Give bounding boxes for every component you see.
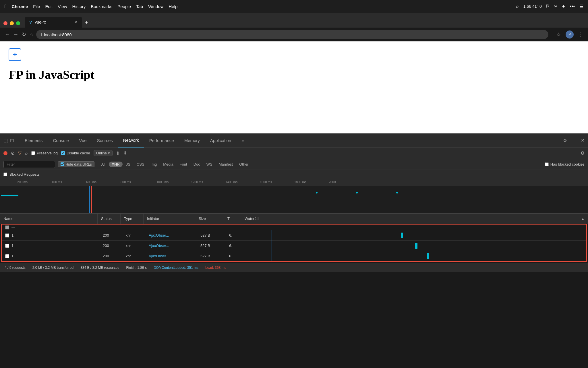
th-name[interactable]: Name <box>0 214 98 224</box>
hide-data-urls-btn[interactable]: Hide data URLs <box>58 161 94 167</box>
inspector-cursor-icon[interactable]: ⬚ <box>3 138 8 143</box>
network-settings-icon[interactable]: ⚙ <box>581 150 585 156</box>
avatar[interactable]: P <box>566 30 574 39</box>
inspector-phone-icon[interactable]: ⊡ <box>10 138 14 143</box>
more-icon[interactable]: ••• <box>570 4 575 9</box>
address-input[interactable]: ℹ localhost:8080 <box>36 30 548 39</box>
has-blocked-cookies-checkbox[interactable] <box>545 162 549 166</box>
disable-cache-checkbox[interactable] <box>61 151 65 155</box>
devtools-more-icon[interactable]: ⋮ <box>572 138 576 143</box>
row-checkbox-1[interactable] <box>5 233 9 237</box>
th-time[interactable]: T <box>224 214 241 224</box>
share-icon[interactable]: ⎘ <box>546 4 549 9</box>
ruler-600ms: 600 ms <box>86 180 96 184</box>
close-window-button[interactable] <box>3 21 7 25</box>
active-tab[interactable]: V vue-rx ✕ <box>25 17 82 28</box>
view-menu[interactable]: View <box>58 4 67 9</box>
online-dropdown[interactable]: Online ▾ <box>94 150 113 156</box>
tab-more[interactable]: » <box>236 134 249 147</box>
page-new-tab-button[interactable]: + <box>9 48 21 61</box>
new-tab-button[interactable]: + <box>85 19 88 26</box>
reload-button[interactable]: ↻ <box>22 31 26 38</box>
filter-js[interactable]: JS <box>123 162 133 167</box>
record-button[interactable] <box>3 151 7 155</box>
upload-icon[interactable]: ⬆ <box>116 150 120 156</box>
search-icon[interactable]: ⌕ <box>516 4 519 9</box>
tab-console[interactable]: Console <box>48 134 74 147</box>
ruler-200ms: 200 ms <box>17 180 28 184</box>
hide-data-urls-checkbox[interactable] <box>61 162 64 166</box>
th-type[interactable]: Type <box>121 214 144 224</box>
list-icon[interactable]: ☰ <box>579 4 583 9</box>
edit-menu[interactable]: Edit <box>45 4 53 9</box>
filter-icon[interactable]: ▽ <box>18 150 22 156</box>
people-menu[interactable]: People <box>117 4 131 9</box>
row-checkbox-3[interactable] <box>5 254 9 258</box>
tab-vue[interactable]: Vue <box>74 134 92 147</box>
table-row-3[interactable]: 1 200 xhr AjaxObser... 527 B 6. <box>2 251 586 261</box>
blocked-requests-bar: Blocked Requests <box>0 170 588 179</box>
devtools-close-icon[interactable]: ✕ <box>581 138 585 143</box>
home-button[interactable]: ⌂ <box>30 32 33 38</box>
th-waterfall[interactable]: Waterfall ▲ <box>241 214 588 224</box>
tl-blue-line <box>89 186 90 214</box>
blocked-requests-checkbox[interactable] <box>3 172 7 176</box>
tab-performance[interactable]: Performance <box>144 134 179 147</box>
filter-ws[interactable]: WS <box>204 162 215 167</box>
table-header: Name Status Type Initiator Size T Waterf… <box>0 214 588 224</box>
devtools-settings-icon[interactable]: ⚙ <box>563 138 567 143</box>
th-status[interactable]: Status <box>98 214 121 224</box>
row-initiator-2[interactable]: AjaxObser... <box>145 244 197 248</box>
row-initiator-1[interactable]: AjaxObser... <box>145 233 197 237</box>
tab-network[interactable]: Network <box>118 134 144 147</box>
bookmark-icon[interactable]: ☆ <box>556 31 561 38</box>
tab-memory[interactable]: Memory <box>179 134 205 147</box>
bookmarks-menu[interactable]: Bookmarks <box>91 4 112 9</box>
filter-media[interactable]: Media <box>160 162 176 167</box>
maximize-window-button[interactable] <box>16 21 20 25</box>
infinity-icon[interactable]: ∞ <box>554 4 557 9</box>
filter-all[interactable]: All <box>98 162 108 167</box>
tab-menu[interactable]: Tab <box>136 4 143 9</box>
table-row-2[interactable]: 1 200 xhr AjaxObser... 527 B 6. <box>2 241 586 251</box>
requests-count: 4 / 9 requests <box>5 266 26 270</box>
help-menu[interactable]: Help <box>169 4 178 9</box>
forward-button[interactable]: → <box>13 32 18 38</box>
clear-button[interactable]: ⊘ <box>11 150 15 156</box>
th-size[interactable]: Size <box>195 214 224 224</box>
menu-dots-icon[interactable]: ⋮ <box>578 31 583 38</box>
filter-other[interactable]: Other <box>236 162 252 167</box>
tab-application[interactable]: Application <box>205 134 236 147</box>
download-icon[interactable]: ⬇ <box>123 150 127 156</box>
table-row-partial[interactable]: — <box>2 225 586 230</box>
filter-img[interactable]: Img <box>148 162 160 167</box>
tab-elements[interactable]: Elements <box>20 134 48 147</box>
minimize-window-button[interactable] <box>10 21 14 25</box>
row-checkbox-partial[interactable] <box>5 225 9 229</box>
filter-font[interactable]: Font <box>177 162 190 167</box>
page-title: FP in JavaScript <box>9 68 579 82</box>
th-initiator[interactable]: Initiator <box>144 214 195 224</box>
tab-sources[interactable]: Sources <box>92 134 118 147</box>
row-status-1: 200 <box>99 233 122 237</box>
tab-close-button[interactable]: ✕ <box>74 20 78 24</box>
filter-xhr[interactable]: XHR <box>109 162 122 167</box>
has-blocked-cookies-group: Has blocked cookies <box>545 162 585 166</box>
hide-data-urls-label: Hide data URLs <box>65 162 92 166</box>
window-menu[interactable]: Window <box>148 4 163 9</box>
chrome-menu[interactable]: Chrome <box>12 4 28 9</box>
filter-css[interactable]: CSS <box>134 162 147 167</box>
table-row-1[interactable]: 1 200 xhr AjaxObser... 527 B 6. <box>2 230 586 241</box>
filter-manifest[interactable]: Manifest <box>216 162 236 167</box>
apple-menu[interactable]:  <box>5 3 7 9</box>
row-checkbox-2[interactable] <box>5 244 9 248</box>
search-button[interactable]: ⌕ <box>25 151 28 156</box>
puzzle-icon[interactable]: ✦ <box>562 4 565 9</box>
back-button[interactable]: ← <box>5 32 10 38</box>
row-initiator-3[interactable]: AjaxObser... <box>145 254 197 258</box>
preserve-log-checkbox[interactable] <box>31 151 35 155</box>
history-menu[interactable]: History <box>72 4 86 9</box>
file-menu[interactable]: File <box>33 4 40 9</box>
filter-doc[interactable]: Doc <box>191 162 203 167</box>
filter-input[interactable] <box>3 161 55 168</box>
